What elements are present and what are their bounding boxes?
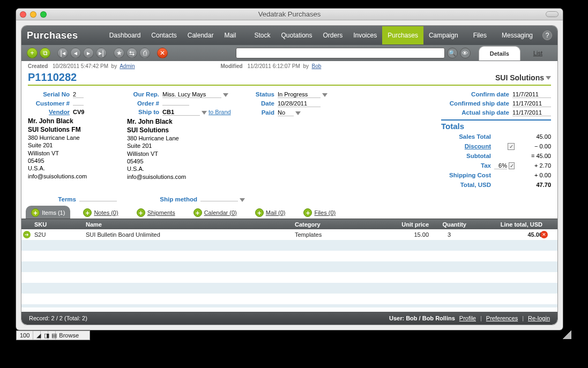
- grand-total: 47.70: [518, 182, 551, 188]
- link-button[interactable]: ⇆: [126, 48, 137, 58]
- col-quantity[interactable]: Quantity: [429, 221, 466, 228]
- delete-button[interactable]: ✕: [157, 48, 168, 58]
- main-nav: Dashboard Contacts Calendar Mail Stock Q…: [104, 26, 552, 44]
- vendor-field[interactable]: CV9: [73, 109, 84, 115]
- subtab-calendar[interactable]: +Calendar (0): [188, 206, 242, 219]
- tab-list[interactable]: List: [533, 50, 542, 56]
- layout-icon-2[interactable]: ◨: [41, 331, 48, 340]
- subtab-shipments[interactable]: +Shipments: [131, 206, 181, 219]
- confirm-date-field[interactable]: 11/7/2011: [512, 91, 551, 98]
- nav-invoices[interactable]: Invoices: [348, 26, 382, 44]
- first-record-button[interactable]: |◂: [57, 48, 68, 58]
- tax-checkbox[interactable]: ✓: [509, 162, 515, 169]
- vendor-link[interactable]: Vendor: [49, 109, 70, 115]
- subtab-files[interactable]: +Files (0): [298, 206, 341, 219]
- totals-block: Totals Sales Total45.00 Discount✓− 0.00 …: [441, 119, 551, 190]
- nav-contacts[interactable]: Contacts: [146, 26, 182, 44]
- nav-mail[interactable]: Mail: [219, 26, 241, 44]
- customer-field[interactable]: [73, 105, 84, 106]
- plus-icon[interactable]: +: [193, 208, 202, 217]
- col-line-total[interactable]: Line total, USD: [466, 221, 557, 228]
- sales-total: 45.00: [518, 133, 551, 140]
- pill-icon[interactable]: [546, 11, 559, 17]
- discount-link[interactable]: Discount: [465, 143, 491, 149]
- col-unit-price[interactable]: Unit price: [375, 221, 429, 228]
- plus-icon[interactable]: +: [83, 208, 92, 217]
- chevron-down-icon[interactable]: [223, 93, 228, 97]
- tax-value: + 2.70: [518, 162, 551, 169]
- col-category[interactable]: Category: [295, 221, 375, 228]
- search-input[interactable]: [236, 48, 445, 58]
- relogin-link[interactable]: Re-login: [528, 315, 550, 321]
- next-record-button[interactable]: ▸: [83, 48, 94, 58]
- status-field[interactable]: In Progress: [278, 91, 321, 98]
- paid-field[interactable]: No: [278, 109, 294, 116]
- serial-field[interactable]: 2: [73, 91, 84, 98]
- layout-icon-1[interactable]: ◢: [33, 331, 41, 340]
- print-button[interactable]: ⎙: [139, 48, 150, 58]
- layout-icon-3[interactable]: ▤: [48, 331, 56, 340]
- order-field[interactable]: [162, 105, 189, 106]
- duplicate-button[interactable]: ⧉: [40, 48, 50, 58]
- subtab-items[interactable]: +Items (1): [26, 206, 70, 219]
- plus-icon[interactable]: +: [31, 208, 40, 217]
- module-name: Purchases: [27, 30, 78, 41]
- view-icon[interactable]: 👁: [460, 48, 471, 58]
- chevron-down-icon[interactable]: [295, 111, 301, 115]
- subtab-notes[interactable]: +Notes (0): [78, 206, 123, 219]
- subtab-mail[interactable]: +Mail (0): [250, 206, 291, 219]
- shipmethod-field[interactable]: [200, 201, 238, 201]
- chevron-down-icon[interactable]: [240, 198, 245, 202]
- col-sku[interactable]: SKU: [32, 221, 86, 228]
- delete-row-icon[interactable]: ✕: [540, 231, 548, 238]
- mode-label[interactable]: Browse: [56, 331, 90, 340]
- nav-purchases[interactable]: Purchases: [382, 26, 423, 44]
- chevron-down-icon[interactable]: [322, 93, 328, 97]
- nav-stock[interactable]: Stock: [249, 26, 276, 44]
- help-icon[interactable]: ?: [542, 31, 552, 40]
- nav-orders[interactable]: Orders: [318, 26, 348, 44]
- chevron-down-icon[interactable]: [546, 76, 551, 80]
- discount-checkbox[interactable]: ✓: [508, 143, 515, 150]
- table-row: [21, 240, 557, 251]
- nav-dashboard[interactable]: Dashboard: [104, 26, 146, 44]
- rep-field[interactable]: Miss. Lucy Mays: [162, 91, 221, 98]
- favorite-button[interactable]: ★: [114, 48, 124, 58]
- last-record-button[interactable]: ▸|: [96, 48, 107, 58]
- zoom-field[interactable]: 100: [17, 331, 33, 340]
- line-subtabs: +Items (1) +Notes (0) +Shipments +Calend…: [21, 206, 557, 219]
- actual-ship-field[interactable]: 11/17/2011: [512, 109, 551, 116]
- nav-calendar[interactable]: Calendar: [182, 26, 219, 44]
- window-title: Vedatrak Purchases: [16, 10, 563, 18]
- confirmed-ship-field[interactable]: 11/17/2011: [512, 100, 551, 107]
- plus-icon[interactable]: +: [137, 208, 145, 217]
- prev-record-button[interactable]: ◂: [70, 48, 81, 58]
- date-field[interactable]: 10/28/2011: [278, 100, 321, 107]
- created-by-link[interactable]: Admin: [120, 63, 135, 69]
- chevron-down-icon[interactable]: [202, 111, 207, 115]
- col-name[interactable]: Name: [86, 221, 295, 228]
- profile-link[interactable]: Profile: [459, 315, 476, 321]
- nav-campaign[interactable]: Campaign: [423, 26, 464, 44]
- plus-icon[interactable]: +: [303, 208, 312, 217]
- company-name[interactable]: SUI Solutions: [495, 73, 551, 82]
- table-row[interactable]: ➔ S2U SUI Bulletin Board Unlimited Templ…: [21, 229, 557, 240]
- nav-files[interactable]: Files: [468, 26, 492, 44]
- to-brand-link[interactable]: to Brand: [209, 109, 231, 115]
- shipto-label: Ship to: [127, 109, 159, 115]
- nav-messaging[interactable]: Messaging: [496, 26, 538, 44]
- terms-field[interactable]: [79, 201, 117, 201]
- modified-by-link[interactable]: Bob: [312, 63, 322, 69]
- prefs-link[interactable]: Preferences: [486, 315, 518, 321]
- open-row-icon[interactable]: ➔: [23, 231, 31, 238]
- search-icon[interactable]: 🔍: [447, 48, 458, 58]
- paid-label: Paid: [248, 109, 274, 116]
- new-record-button[interactable]: +: [27, 48, 38, 58]
- plus-icon[interactable]: +: [255, 208, 264, 217]
- tax-pct-field[interactable]: 6%: [494, 162, 507, 169]
- resize-handle-icon[interactable]: [563, 331, 571, 339]
- terms-label: Terms: [28, 196, 76, 202]
- tab-details[interactable]: Details: [479, 46, 520, 61]
- nav-quotations[interactable]: Quotations: [276, 26, 317, 44]
- shipto-field[interactable]: CB1: [162, 109, 200, 116]
